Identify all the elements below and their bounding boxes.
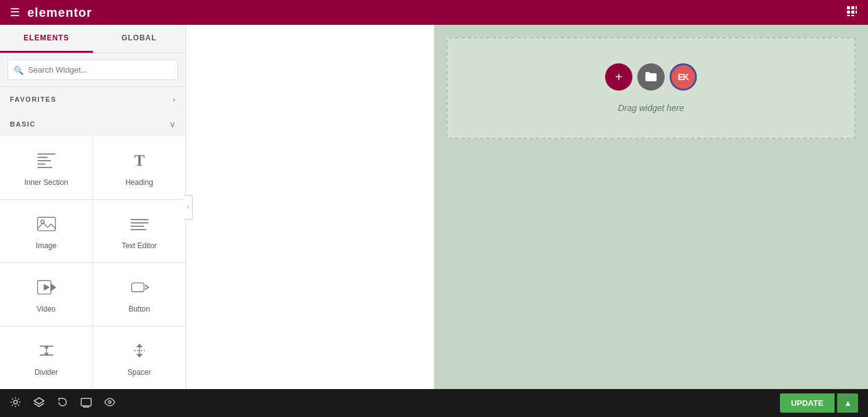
canvas-content: + EK Drag widget here: [434, 25, 868, 389]
favorites-chevron-icon: ›: [172, 94, 175, 104]
svg-point-33: [14, 400, 17, 404]
search-wrapper: 🔍: [7, 60, 178, 80]
svg-rect-0: [847, 6, 850, 9]
ek-button[interactable]: EK: [670, 63, 697, 91]
button-icon: [128, 276, 151, 298]
header-logo: ☰ elementor: [10, 6, 92, 20]
eye-icon[interactable]: [104, 397, 115, 410]
history-icon[interactable]: [57, 397, 68, 410]
widget-divider[interactable]: Divider: [0, 326, 92, 389]
tab-global[interactable]: GLOBAL: [93, 25, 186, 53]
favorites-section-header[interactable]: FAVORITES ›: [0, 87, 185, 112]
image-icon: [35, 213, 58, 235]
svg-rect-7: [851, 15, 854, 16]
action-buttons: + EK: [605, 63, 697, 91]
heading-label: Heading: [125, 178, 153, 187]
update-button[interactable]: UPDATE: [780, 393, 835, 413]
canvas-area: + EK Drag widget here: [434, 25, 868, 389]
sidebar-wrapper: ELEMENTS GLOBAL 🔍 FAVORITES › BASIC ∨: [0, 25, 434, 389]
tab-elements[interactable]: ELEMENTS: [0, 25, 93, 53]
image-label: Image: [36, 241, 56, 250]
elementor-logo: elementor: [27, 6, 92, 20]
basic-section-header[interactable]: BASIC ∨: [0, 112, 185, 137]
svg-marker-34: [34, 398, 44, 404]
divider-icon: [35, 339, 58, 362]
widget-inner-section[interactable]: Inner Section: [0, 137, 92, 199]
widget-grid: Inner Section T Heading: [0, 137, 185, 389]
svg-marker-31: [136, 354, 143, 357]
svg-point-39: [108, 401, 111, 403]
widget-image[interactable]: Image: [0, 200, 92, 262]
favorites-label: FAVORITES: [10, 96, 56, 103]
grid-apps-icon[interactable]: [846, 5, 858, 20]
sidebar: ELEMENTS GLOBAL 🔍 FAVORITES › BASIC ∨: [0, 25, 186, 389]
widget-spacer[interactable]: Spacer: [93, 326, 185, 389]
svg-text:T: T: [134, 151, 144, 168]
inner-section-label: Inner Section: [24, 178, 68, 187]
svg-marker-30: [136, 344, 143, 347]
update-arrow-button[interactable]: ▲: [837, 393, 858, 413]
settings-icon[interactable]: [10, 397, 21, 410]
svg-marker-26: [44, 352, 48, 356]
toolbar-right: UPDATE ▲: [780, 393, 858, 413]
video-icon: [35, 276, 58, 298]
video-label: Video: [37, 305, 55, 313]
main-layout: ELEMENTS GLOBAL 🔍 FAVORITES › BASIC ∨: [0, 25, 868, 389]
svg-marker-21: [51, 284, 55, 290]
svg-rect-5: [856, 11, 857, 14]
svg-marker-22: [43, 284, 50, 290]
heading-icon: T: [128, 150, 151, 172]
bottom-toolbar: UPDATE ▲: [0, 389, 868, 417]
spacer-icon: [128, 339, 151, 362]
spacer-label: Spacer: [127, 368, 151, 377]
widget-text-editor[interactable]: Text Editor: [93, 200, 185, 262]
inner-section-icon: [35, 150, 58, 172]
svg-rect-35: [81, 398, 91, 406]
svg-rect-23: [131, 282, 144, 291]
sidebar-tabs: ELEMENTS GLOBAL: [0, 25, 185, 53]
svg-rect-2: [856, 6, 857, 9]
svg-rect-1: [851, 6, 854, 9]
canvas-empty-area: [434, 151, 868, 389]
basic-label: BASIC: [10, 120, 36, 128]
hamburger-menu-icon[interactable]: ☰: [10, 6, 20, 19]
svg-marker-27: [44, 345, 48, 348]
svg-rect-3: [847, 11, 850, 14]
button-label: Button: [128, 305, 150, 313]
basic-chevron-icon: ∨: [169, 119, 175, 129]
layers-icon[interactable]: [33, 397, 45, 410]
text-editor-label: Text Editor: [122, 241, 157, 250]
widget-button[interactable]: Button: [93, 263, 185, 326]
svg-rect-6: [847, 15, 850, 16]
divider-label: Divider: [35, 368, 58, 377]
search-input[interactable]: [7, 60, 178, 80]
top-header: ☰ elementor: [0, 0, 868, 25]
toolbar-left: [10, 397, 115, 410]
drag-hint: Drag widget here: [618, 103, 684, 113]
widget-heading[interactable]: T Heading: [93, 137, 185, 199]
folder-button[interactable]: [637, 63, 665, 91]
responsive-icon[interactable]: [81, 397, 92, 410]
text-editor-icon: [128, 213, 151, 235]
widget-video[interactable]: Video: [0, 263, 92, 326]
search-icon: 🔍: [14, 65, 24, 74]
sidebar-collapse-handle[interactable]: ‹: [184, 195, 193, 220]
svg-rect-14: [37, 217, 55, 231]
add-section-button[interactable]: +: [605, 63, 632, 91]
search-container: 🔍: [0, 53, 185, 87]
svg-rect-4: [851, 11, 854, 14]
drop-zone[interactable]: + EK Drag widget here: [446, 37, 856, 139]
